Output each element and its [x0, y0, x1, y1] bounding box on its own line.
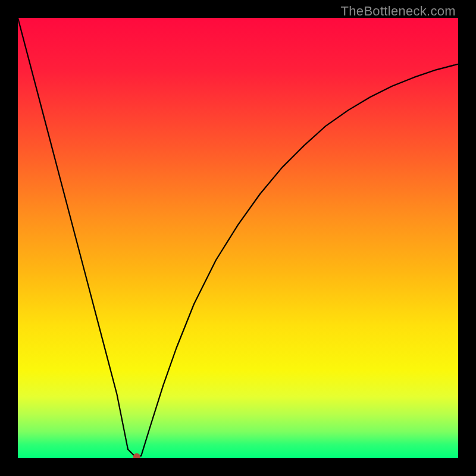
minimum-marker	[133, 453, 140, 458]
bottleneck-curve	[18, 18, 458, 458]
watermark-text: TheBottleneck.com	[341, 4, 456, 19]
curve-path	[18, 18, 458, 456]
chart-frame: TheBottleneck.com	[0, 0, 476, 476]
plot-area	[18, 18, 458, 458]
